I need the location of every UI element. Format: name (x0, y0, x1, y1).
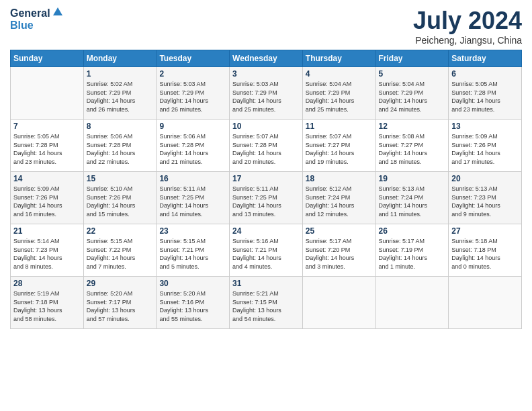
day-number: 16 (159, 174, 226, 183)
day-info: Sunrise: 5:11 AM Sunset: 7:25 PM Dayligh… (232, 185, 300, 218)
day-cell: 17Sunrise: 5:11 AM Sunset: 7:25 PM Dayli… (230, 172, 303, 224)
day-number: 14 (13, 174, 81, 183)
day-number: 27 (451, 226, 519, 236)
day-cell: 13Sunrise: 5:09 AM Sunset: 7:26 PM Dayli… (449, 120, 522, 172)
day-cell: 8Sunrise: 5:06 AM Sunset: 7:28 PM Daylig… (83, 120, 157, 172)
day-info: Sunrise: 5:03 AM Sunset: 7:29 PM Dayligh… (232, 80, 300, 113)
day-number: 20 (451, 174, 519, 183)
week-row-1: 1Sunrise: 5:02 AM Sunset: 7:29 PM Daylig… (11, 67, 522, 120)
header-day-thursday: Thursday (302, 50, 375, 67)
header-day-saturday: Saturday (449, 50, 522, 67)
day-cell: 23Sunrise: 5:15 AM Sunset: 7:21 PM Dayli… (157, 224, 230, 277)
day-number: 15 (87, 174, 154, 183)
day-cell: 27Sunrise: 5:18 AM Sunset: 7:18 PM Dayli… (449, 224, 522, 277)
day-number: 29 (87, 279, 154, 288)
day-cell: 25Sunrise: 5:17 AM Sunset: 7:20 PM Dayli… (302, 224, 375, 277)
svg-marker-0 (53, 7, 62, 15)
week-row-4: 21Sunrise: 5:14 AM Sunset: 7:23 PM Dayli… (11, 224, 522, 277)
day-number: 30 (159, 279, 226, 288)
day-number: 1 (87, 69, 154, 79)
day-cell: 16Sunrise: 5:11 AM Sunset: 7:25 PM Dayli… (157, 172, 230, 224)
day-number: 19 (379, 174, 446, 183)
day-cell: 9Sunrise: 5:06 AM Sunset: 7:28 PM Daylig… (157, 120, 230, 172)
day-cell: 29Sunrise: 5:20 AM Sunset: 7:17 PM Dayli… (83, 277, 157, 329)
day-cell: 11Sunrise: 5:07 AM Sunset: 7:27 PM Dayli… (302, 120, 375, 172)
logo-blue-text: Blue (10, 19, 34, 31)
day-number: 31 (232, 279, 300, 288)
header-day-sunday: Sunday (11, 50, 84, 67)
day-info: Sunrise: 5:13 AM Sunset: 7:23 PM Dayligh… (451, 185, 519, 218)
calendar-table: SundayMondayTuesdayWednesdayThursdayFrid… (10, 50, 522, 329)
day-info: Sunrise: 5:14 AM Sunset: 7:23 PM Dayligh… (13, 237, 81, 271)
day-number: 21 (13, 226, 81, 236)
day-info: Sunrise: 5:02 AM Sunset: 7:29 PM Dayligh… (87, 80, 154, 113)
day-info: Sunrise: 5:04 AM Sunset: 7:29 PM Dayligh… (306, 80, 373, 113)
location-text: Peicheng, Jiangsu, China (413, 35, 522, 46)
header-day-tuesday: Tuesday (157, 50, 230, 67)
day-info: Sunrise: 5:09 AM Sunset: 7:26 PM Dayligh… (13, 185, 81, 218)
day-number: 4 (306, 69, 373, 79)
day-cell: 21Sunrise: 5:14 AM Sunset: 7:23 PM Dayli… (11, 224, 84, 277)
day-info: Sunrise: 5:18 AM Sunset: 7:18 PM Dayligh… (451, 237, 519, 271)
day-number: 17 (232, 174, 300, 183)
logo-general-text: General (10, 7, 50, 19)
day-info: Sunrise: 5:16 AM Sunset: 7:21 PM Dayligh… (232, 237, 300, 271)
header-row: SundayMondayTuesdayWednesdayThursdayFrid… (11, 50, 522, 67)
header-day-wednesday: Wednesday (230, 50, 303, 67)
day-info: Sunrise: 5:17 AM Sunset: 7:20 PM Dayligh… (306, 237, 373, 271)
day-cell (302, 277, 375, 329)
day-cell: 19Sunrise: 5:13 AM Sunset: 7:24 PM Dayli… (375, 172, 449, 224)
month-year-title: July 2024 (413, 7, 522, 35)
day-info: Sunrise: 5:11 AM Sunset: 7:25 PM Dayligh… (159, 185, 226, 218)
day-cell: 18Sunrise: 5:12 AM Sunset: 7:24 PM Dayli… (302, 172, 375, 224)
day-number: 8 (87, 122, 154, 131)
day-cell (11, 67, 84, 120)
day-cell: 28Sunrise: 5:19 AM Sunset: 7:18 PM Dayli… (11, 277, 84, 329)
day-info: Sunrise: 5:08 AM Sunset: 7:27 PM Dayligh… (379, 132, 446, 166)
day-cell: 30Sunrise: 5:20 AM Sunset: 7:16 PM Dayli… (157, 277, 230, 329)
calendar-container: General Blue July 2024 Peicheng, Jiangsu… (0, 0, 532, 336)
day-number: 7 (13, 122, 81, 131)
day-info: Sunrise: 5:04 AM Sunset: 7:29 PM Dayligh… (379, 80, 446, 113)
day-number: 23 (159, 226, 226, 236)
day-number: 5 (379, 69, 446, 79)
day-cell: 6Sunrise: 5:05 AM Sunset: 7:28 PM Daylig… (449, 67, 522, 120)
week-row-5: 28Sunrise: 5:19 AM Sunset: 7:18 PM Dayli… (11, 277, 522, 329)
day-cell: 1Sunrise: 5:02 AM Sunset: 7:29 PM Daylig… (83, 67, 157, 120)
day-cell: 4Sunrise: 5:04 AM Sunset: 7:29 PM Daylig… (302, 67, 375, 120)
day-cell: 22Sunrise: 5:15 AM Sunset: 7:22 PM Dayli… (83, 224, 157, 277)
day-info: Sunrise: 5:15 AM Sunset: 7:22 PM Dayligh… (87, 237, 154, 271)
day-cell: 26Sunrise: 5:17 AM Sunset: 7:19 PM Dayli… (375, 224, 449, 277)
day-cell: 14Sunrise: 5:09 AM Sunset: 7:26 PM Dayli… (11, 172, 84, 224)
header-day-friday: Friday (375, 50, 449, 67)
day-number: 12 (379, 122, 446, 131)
day-number: 2 (159, 69, 226, 79)
day-info: Sunrise: 5:07 AM Sunset: 7:27 PM Dayligh… (306, 132, 373, 166)
title-block: July 2024 Peicheng, Jiangsu, China (413, 7, 522, 46)
day-info: Sunrise: 5:05 AM Sunset: 7:28 PM Dayligh… (451, 80, 519, 113)
logo-triangle-icon (53, 7, 62, 19)
day-cell: 15Sunrise: 5:10 AM Sunset: 7:26 PM Dayli… (83, 172, 157, 224)
day-info: Sunrise: 5:19 AM Sunset: 7:18 PM Dayligh… (13, 289, 81, 323)
day-info: Sunrise: 5:21 AM Sunset: 7:15 PM Dayligh… (232, 289, 300, 323)
day-info: Sunrise: 5:06 AM Sunset: 7:28 PM Dayligh… (87, 132, 154, 166)
week-row-3: 14Sunrise: 5:09 AM Sunset: 7:26 PM Dayli… (11, 172, 522, 224)
day-info: Sunrise: 5:03 AM Sunset: 7:29 PM Dayligh… (159, 80, 226, 113)
day-info: Sunrise: 5:17 AM Sunset: 7:19 PM Dayligh… (379, 237, 446, 271)
day-cell: 3Sunrise: 5:03 AM Sunset: 7:29 PM Daylig… (230, 67, 303, 120)
day-number: 6 (451, 69, 519, 79)
day-cell: 7Sunrise: 5:05 AM Sunset: 7:28 PM Daylig… (11, 120, 84, 172)
day-number: 22 (87, 226, 154, 236)
calendar-body: 1Sunrise: 5:02 AM Sunset: 7:29 PM Daylig… (11, 67, 522, 329)
day-info: Sunrise: 5:13 AM Sunset: 7:24 PM Dayligh… (379, 185, 446, 218)
day-info: Sunrise: 5:05 AM Sunset: 7:28 PM Dayligh… (13, 132, 81, 166)
day-info: Sunrise: 5:20 AM Sunset: 7:16 PM Dayligh… (159, 289, 226, 323)
day-number: 11 (306, 122, 373, 131)
day-number: 28 (13, 279, 81, 288)
day-number: 26 (379, 226, 446, 236)
day-cell (375, 277, 449, 329)
day-number: 25 (306, 226, 373, 236)
day-number: 13 (451, 122, 519, 131)
day-info: Sunrise: 5:15 AM Sunset: 7:21 PM Dayligh… (159, 237, 226, 271)
day-cell: 24Sunrise: 5:16 AM Sunset: 7:21 PM Dayli… (230, 224, 303, 277)
